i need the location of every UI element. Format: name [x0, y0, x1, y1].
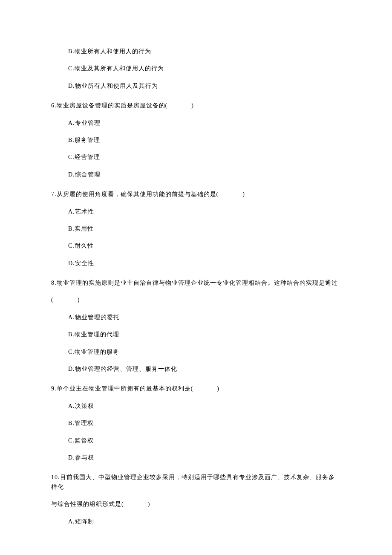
q9-option-d: D.参与权 [51, 453, 341, 462]
question-7: 7.从房屋的使用角度看，确保其使用功能的前提与基础的是() A.艺术性 B.实用… [51, 190, 341, 268]
q10-line2-pre: 与综合性强的组织形式是( [51, 501, 124, 507]
q8-option-d: D.物业管理的经营、管理、服务一体化 [51, 364, 341, 374]
q8-option-b: B.物业管理的代理 [51, 330, 341, 339]
q10-option-a: A.矩阵制 [51, 517, 341, 526]
q8-option-a: A.物业管理的委托 [51, 313, 341, 322]
q5-option-b: B.物业所有人和使用人的行为 [51, 47, 341, 56]
q10-line2-post: ) [148, 501, 150, 507]
q8-option-c: C.物业管理的服务 [51, 347, 341, 357]
q6-option-b: B.服务管理 [51, 136, 341, 145]
question-5-partial: B.物业所有人和使用人的行为 C.物业及其所有人和使用人的行为 D.物业所有人和… [51, 47, 341, 91]
q8-line2-post: ) [78, 297, 80, 303]
q9-text-post: ) [217, 385, 219, 392]
q7-text-pre: 7.从房屋的使用角度看，确保其使用功能的前提与基础的是( [51, 191, 219, 197]
q6-text-pre: 6.物业房屋设备管理的实质是房屋设备的( [51, 102, 167, 109]
q7-option-a: A.艺术性 [51, 207, 341, 217]
q8-line2: () [51, 295, 341, 305]
q5-option-c: C.物业及其所有人和使用人的行为 [51, 64, 341, 73]
q7-text: 7.从房屋的使用角度看，确保其使用功能的前提与基础的是() [51, 190, 341, 199]
q9-option-a: A.决策权 [51, 402, 341, 411]
q7-option-b: B.实用性 [51, 224, 341, 234]
q6-option-a: A.专业管理 [51, 119, 341, 128]
question-8: 8.物业管理的实施原则是业主自治自律与物业管理企业统一专业化管理相结合。这种结合… [51, 278, 341, 374]
q10-line1: 10.目前我国大、中型物业管理企业较多采用，特别适用于哪些具有专业涉及面广、技术… [51, 473, 341, 492]
q5-option-d: D.物业所有人和使用人及其行为 [51, 81, 341, 91]
q8-line1: 8.物业管理的实施原则是业主自治自律与物业管理企业统一专业化管理相结合。这种结合… [51, 278, 341, 288]
q7-text-post: ) [242, 191, 245, 197]
q7-option-d: D.安全性 [51, 259, 341, 268]
q10-line2: 与综合性强的组织形式是() [51, 500, 341, 509]
q9-option-b: B.管理权 [51, 419, 341, 428]
q6-text: 6.物业房屋设备管理的实质是房屋设备的() [51, 101, 341, 110]
q6-option-c: C.经营管理 [51, 153, 341, 162]
question-10: 10.目前我国大、中型物业管理企业较多采用，特别适用于哪些具有专业涉及面广、技术… [51, 473, 341, 526]
question-6: 6.物业房屋设备管理的实质是房屋设备的() A.专业管理 B.服务管理 C.经营… [51, 101, 341, 179]
q6-option-d: D.综合管理 [51, 170, 341, 179]
q7-option-c: C.耐久性 [51, 241, 341, 251]
q9-text-pre: 9.单个业主在物业管理中所拥有的最基本的权利是( [51, 385, 193, 392]
q9-text: 9.单个业主在物业管理中所拥有的最基本的权利是() [51, 384, 341, 393]
q9-option-c: C.监督权 [51, 436, 341, 445]
question-9: 9.单个业主在物业管理中所拥有的最基本的权利是() A.决策权 B.管理权 C.… [51, 384, 341, 462]
q6-text-post: ) [191, 102, 194, 109]
q8-line2-pre: ( [51, 297, 54, 303]
